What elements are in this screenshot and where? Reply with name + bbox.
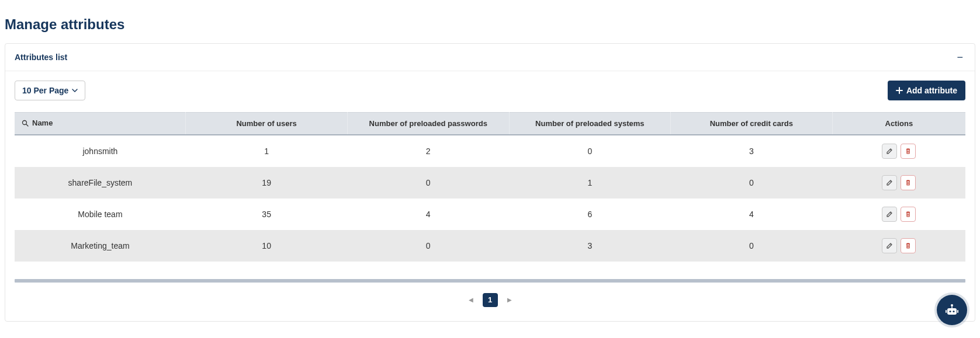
panel-body: 10 Per Page Add attribute	[5, 71, 975, 321]
cell-name: Mobile team	[15, 198, 186, 230]
actions-wrap	[839, 207, 958, 222]
attributes-table: Name Number of users Number of preloaded…	[15, 112, 965, 262]
edit-button[interactable]	[882, 207, 897, 222]
per-page-button[interactable]: 10 Per Page	[15, 81, 85, 100]
panel-header: Attributes list −	[5, 44, 975, 71]
delete-button[interactable]	[901, 207, 916, 222]
cell-credit-cards: 0	[671, 167, 833, 198]
per-page-label: 10 Per Page	[22, 86, 68, 95]
col-header-preloaded-passwords[interactable]: Number of preloaded passwords	[347, 113, 509, 135]
svg-point-13	[949, 311, 951, 312]
cell-actions	[832, 167, 965, 198]
cell-actions	[832, 230, 965, 262]
scrollbar-track[interactable]	[15, 279, 965, 283]
chatbot-button[interactable]	[937, 295, 967, 325]
table-row: Marketing_team10030	[15, 230, 965, 262]
cell-users: 10	[186, 230, 348, 262]
cell-preloaded-systems: 6	[509, 198, 671, 230]
pagination-prev-icon[interactable]: ◀	[469, 297, 473, 303]
col-header-actions: Actions	[832, 113, 965, 135]
edit-icon	[886, 242, 893, 249]
collapse-icon[interactable]: −	[954, 52, 965, 62]
delete-button[interactable]	[901, 144, 916, 159]
table-row: shareFile_system19010	[15, 167, 965, 198]
svg-point-10	[951, 304, 953, 306]
cell-preloaded-passwords: 0	[347, 167, 509, 198]
trash-icon	[905, 179, 912, 186]
svg-point-0	[23, 120, 27, 124]
trash-icon	[905, 211, 912, 218]
cell-users: 1	[186, 135, 348, 167]
actions-wrap	[839, 175, 958, 190]
cell-preloaded-passwords: 0	[347, 230, 509, 262]
chevron-down-icon	[72, 89, 78, 92]
cell-users: 19	[186, 167, 348, 198]
cell-name: Marketing_team	[15, 230, 186, 262]
cell-preloaded-passwords: 4	[347, 198, 509, 230]
search-icon	[22, 120, 29, 127]
cell-actions	[832, 135, 965, 167]
bot-icon	[944, 302, 960, 318]
edit-button[interactable]	[882, 144, 897, 159]
cell-preloaded-systems: 1	[509, 167, 671, 198]
col-header-credit-cards[interactable]: Number of credit cards	[671, 113, 833, 135]
cell-credit-cards: 4	[671, 198, 833, 230]
delete-button[interactable]	[901, 238, 916, 253]
cell-preloaded-passwords: 2	[347, 135, 509, 167]
actions-wrap	[839, 238, 958, 253]
table-row: Mobile team35464	[15, 198, 965, 230]
col-header-preloaded-systems[interactable]: Number of preloaded systems	[509, 113, 671, 135]
cell-preloaded-systems: 0	[509, 135, 671, 167]
col-header-name-label: Name	[32, 119, 53, 127]
cell-users: 35	[186, 198, 348, 230]
edit-icon	[886, 211, 893, 218]
edit-icon	[886, 148, 893, 155]
svg-line-1	[26, 124, 28, 126]
svg-rect-12	[947, 308, 957, 315]
plus-icon	[896, 87, 903, 94]
cell-preloaded-systems: 3	[509, 230, 671, 262]
edit-button[interactable]	[882, 175, 897, 190]
delete-button[interactable]	[901, 175, 916, 190]
pagination: ◀ 1 ▶	[15, 293, 965, 307]
cell-actions	[832, 198, 965, 230]
add-attribute-label: Add attribute	[906, 86, 957, 95]
controls-row: 10 Per Page Add attribute	[15, 81, 965, 100]
cell-name: johnsmith	[15, 135, 186, 167]
cell-credit-cards: 0	[671, 230, 833, 262]
svg-rect-15	[946, 310, 947, 313]
add-attribute-button[interactable]: Add attribute	[888, 81, 965, 100]
edit-button[interactable]	[882, 238, 897, 253]
col-header-name[interactable]: Name	[15, 113, 186, 135]
attributes-panel: Attributes list − 10 Per Page Add attrib…	[5, 43, 975, 322]
trash-icon	[905, 242, 912, 249]
page-title: Manage attributes	[5, 16, 975, 33]
actions-wrap	[839, 144, 958, 159]
pagination-next-icon[interactable]: ▶	[507, 297, 512, 303]
col-header-users[interactable]: Number of users	[186, 113, 348, 135]
panel-title: Attributes list	[15, 53, 67, 62]
pagination-page-1[interactable]: 1	[483, 293, 498, 307]
cell-credit-cards: 3	[671, 135, 833, 167]
table-row: johnsmith1203	[15, 135, 965, 167]
trash-icon	[905, 148, 912, 155]
svg-point-14	[953, 311, 954, 312]
cell-name: shareFile_system	[15, 167, 186, 198]
edit-icon	[886, 179, 893, 186]
svg-rect-16	[957, 310, 958, 313]
